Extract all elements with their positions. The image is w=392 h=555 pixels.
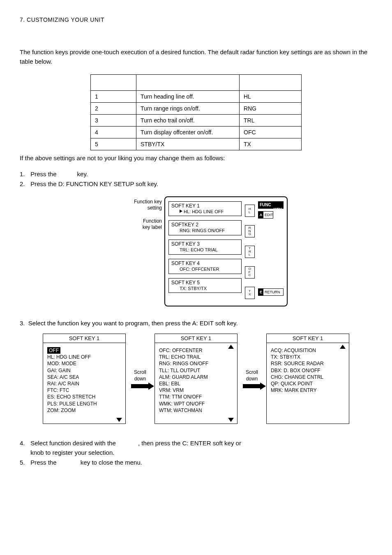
menu-item[interactable]: SOFTKEY 2RNG: RINGS ON/OFF bbox=[168, 220, 242, 235]
list-item[interactable]: MRK: MARK ENTRY bbox=[271, 387, 345, 394]
note-function-key-label-l1: Function bbox=[143, 218, 162, 224]
step-item: 5. Press the key to close the menu. bbox=[20, 458, 372, 467]
badge: TRL bbox=[245, 246, 255, 258]
cell-key: 4 bbox=[91, 127, 136, 138]
func-key-menu-figure: Function key setting Function key label … bbox=[20, 196, 372, 306]
badge: RNG bbox=[245, 225, 255, 237]
cell-label: HL bbox=[240, 91, 302, 103]
step-3: 3. Select the function key you want to p… bbox=[20, 319, 372, 328]
list-item[interactable]: PLS: PULSE LENGTH bbox=[47, 401, 121, 407]
menu-item-title: SOFT KEY 5 bbox=[171, 280, 237, 286]
table-row: 5STBY/TXTX bbox=[91, 138, 302, 150]
scroll-panel: SOFT KEY 1ACQ: ACQUISITIONTX: STBY/TXRSR… bbox=[266, 334, 349, 424]
cell-func: Turn heading line off. bbox=[136, 91, 240, 103]
table-row: 4Turn display offcenter on/off.OFC bbox=[91, 127, 302, 138]
arrow-right-icon bbox=[243, 384, 261, 388]
note-function-key-setting-l2: setting bbox=[148, 205, 162, 211]
softkey-header: FUNC KEY bbox=[258, 201, 284, 209]
arrow-right-icon bbox=[131, 384, 149, 388]
list-item[interactable]: TRL: ECHO TRAIL bbox=[159, 354, 233, 360]
list-item[interactable]: WTM: WATCHMAN bbox=[159, 407, 233, 414]
panel-title: SOFT KEY 1 bbox=[267, 334, 349, 343]
list-item[interactable]: TLL: TLL OUTPUT bbox=[159, 367, 233, 374]
selected-off[interactable]: OFF bbox=[47, 347, 60, 354]
list-item[interactable]: ZOM: ZOOM bbox=[47, 407, 121, 414]
settings-table: 1Turn heading line off.HL2Turn range rin… bbox=[90, 74, 302, 150]
list-item[interactable]: WMK: WPT ON/OFF bbox=[159, 401, 233, 407]
softkey-a-edit[interactable]: A EDIT bbox=[258, 211, 273, 219]
note-function-key-setting-l1: Function key bbox=[134, 199, 162, 205]
menu-item[interactable]: SOFT KEY 4OFC: OFFCENTER bbox=[168, 259, 242, 274]
list-item[interactable]: OFC: OFFCENTER bbox=[159, 347, 233, 354]
list-item[interactable]: GAI: GAIN bbox=[47, 367, 121, 374]
menu-item-sub: OFC: OFFCENTER bbox=[171, 267, 237, 272]
after-table-text: If the above settings are not to your li… bbox=[20, 154, 372, 163]
list-item[interactable]: ES: ECHO STRETCH bbox=[47, 394, 121, 400]
scroll-label: Scrolldown bbox=[128, 369, 152, 388]
device-screen: SOFT KEY 1HL: HDG LINE OFFSOFTKEY 2RNG: … bbox=[164, 196, 288, 306]
list-item[interactable]: FTC: FTC bbox=[47, 387, 121, 394]
badge-col: HLRNGTRLOFCTX bbox=[245, 201, 255, 299]
table-row: 2Turn range rings on/off.RNG bbox=[91, 103, 302, 115]
scroll-panel: SOFT KEY 1OFC: OFFCENTERTRL: ECHO TRAILR… bbox=[154, 334, 238, 424]
list-item[interactable]: DBX: D. BOX ON/OFF bbox=[271, 367, 345, 374]
cell-func: Turn echo trail on/off. bbox=[136, 115, 240, 127]
softkey-letter: A bbox=[258, 212, 263, 218]
menu-item-sub: HL: HDG LINE OFF bbox=[171, 209, 237, 215]
cell-func: STBY/TX bbox=[136, 138, 240, 150]
menu-item-sub: RNG: RINGS ON/OFF bbox=[171, 228, 237, 234]
softkey-letter: E bbox=[258, 289, 263, 295]
cell-label: OFC bbox=[240, 127, 302, 138]
panel-title: SOFT KEY 1 bbox=[155, 334, 237, 343]
col-label-header bbox=[240, 75, 302, 91]
softkey-col: FUNC KEY A EDIT E RETURN bbox=[258, 201, 284, 296]
step-item: 4. Select function desired with the , th… bbox=[20, 439, 372, 457]
cell-label: TX bbox=[240, 138, 302, 150]
scroll-down-icon[interactable] bbox=[228, 418, 234, 422]
softkey-e-return[interactable]: E RETURN bbox=[258, 288, 284, 296]
list-item[interactable]: SEA: A/C SEA bbox=[47, 374, 121, 380]
scroll-panel: SOFT KEY 1OFFHL: HDG LINE OFFMOD: MODEGA… bbox=[43, 334, 126, 424]
badge: TX bbox=[245, 287, 255, 299]
softkey-scroll-figure: SOFT KEY 1OFFHL: HDG LINE OFFMOD: MODEGA… bbox=[20, 334, 372, 424]
cell-key: 1 bbox=[91, 91, 136, 103]
cell-label: RNG bbox=[240, 103, 302, 115]
menu-item[interactable]: SOFT KEY 3TRL: ECHO TRIAL bbox=[168, 240, 242, 255]
list-item[interactable]: HL: HDG LINE OFF bbox=[47, 354, 121, 360]
list-item[interactable]: MOD: MODE bbox=[47, 360, 121, 367]
scroll-up-icon[interactable] bbox=[340, 345, 346, 349]
menu-item-title: SOFT KEY 3 bbox=[171, 241, 237, 247]
list-item[interactable]: EBL: EBL bbox=[159, 380, 233, 387]
step-item: 2. Press the D: FUNCTION KEY SETUP soft … bbox=[20, 180, 372, 189]
step-list-a: 1. Press the key.2. Press the D: FUNCTIO… bbox=[20, 170, 372, 189]
col-key-header bbox=[91, 75, 136, 91]
menu-item[interactable]: SOFT KEY 5TX: STBY/TX bbox=[168, 278, 242, 293]
list-item[interactable]: TX: STBY/TX bbox=[271, 354, 345, 360]
scroll-label: Scrolldown bbox=[240, 369, 264, 388]
cell-key: 5 bbox=[91, 138, 136, 150]
list-item[interactable]: RAI: A/C RAIN bbox=[47, 380, 121, 387]
list-item[interactable]: TTM: TTM ON/OFF bbox=[159, 394, 233, 400]
softkey-label: EDIT bbox=[263, 212, 273, 218]
badge: OFC bbox=[245, 266, 255, 279]
note-function-key-label-l2: key label bbox=[143, 224, 162, 230]
list-item[interactable]: VRM: VRM bbox=[159, 387, 233, 394]
cell-label: TRL bbox=[240, 115, 302, 127]
list-item[interactable]: ALM: GUARD ALARM bbox=[159, 374, 233, 380]
menu-item-sub: TX: STBY/TX bbox=[171, 286, 237, 292]
table-row: 1Turn heading line off.HL bbox=[91, 91, 302, 103]
list-item[interactable]: CHG: CHANGE CNTRL bbox=[271, 374, 345, 380]
softkey-label: RETURN bbox=[263, 289, 283, 295]
list-item[interactable]: QP: QUICK POINT bbox=[271, 380, 345, 387]
menu-item-title: SOFTKEY 2 bbox=[171, 222, 237, 228]
step-list-b: 4. Select function desired with the , th… bbox=[20, 439, 372, 467]
badge: HL bbox=[245, 205, 255, 217]
menu-item[interactable]: SOFT KEY 1HL: HDG LINE OFF bbox=[168, 201, 242, 216]
scroll-down-icon[interactable] bbox=[116, 418, 122, 422]
list-item[interactable]: RNG: RINGS ON/OFF bbox=[159, 360, 233, 367]
scroll-up-icon[interactable] bbox=[228, 345, 234, 349]
list-item[interactable]: RSR: SOURCE RADAR bbox=[271, 360, 345, 367]
step-item: 1. Press the key. bbox=[20, 170, 372, 179]
list-item[interactable]: ACQ: ACQUISITION bbox=[271, 347, 345, 354]
cell-func: Turn display offcenter on/off. bbox=[136, 127, 240, 138]
